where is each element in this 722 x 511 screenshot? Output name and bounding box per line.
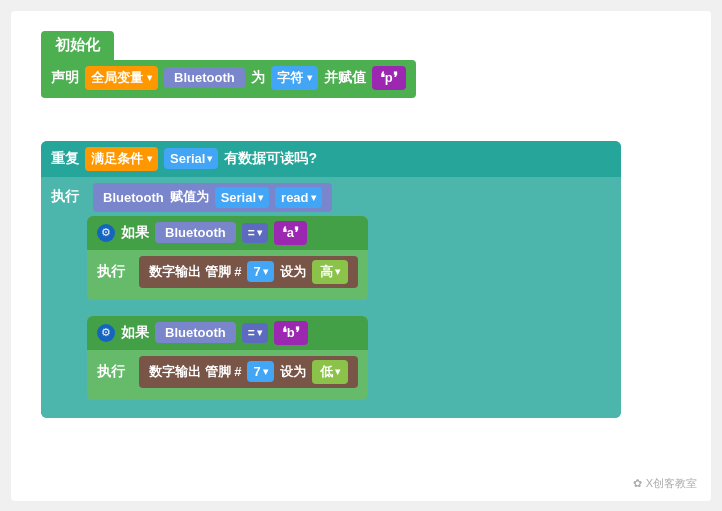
if-outer-1: ⚙ 如果 Bluetooth = ❛ a ❜ [87, 216, 368, 300]
value-a: a [287, 225, 294, 240]
value-b: b [287, 325, 295, 340]
serial-block-1[interactable]: Serial [164, 148, 218, 169]
digital-out-2: 数字输出 管脚 # 7 设为 低 [139, 356, 358, 388]
eq-block-1[interactable]: = [242, 223, 268, 243]
assign-label: 并赋值 [324, 69, 366, 87]
declare-label: 声明 [51, 69, 79, 87]
gear-icon-1[interactable]: ⚙ [97, 224, 115, 242]
digital-out-label-2: 数字输出 管脚 # [149, 363, 241, 381]
if-label-1: 如果 [121, 224, 149, 242]
close-quote: ❜ [393, 69, 398, 87]
if-header-row-1: ⚙ 如果 Bluetooth = ❛ a ❜ [87, 216, 368, 250]
exec-row-if2: 执行 数字输出 管脚 # 7 设为 低 [97, 356, 358, 388]
digital-out-1: 数字输出 管脚 # 7 设为 高 [139, 256, 358, 288]
has-data-label: 有数据可读吗? [224, 150, 317, 168]
close-quote-a: ❜ [294, 224, 299, 242]
watermark-icon: ✿ [633, 477, 642, 490]
watermark-text: X创客教室 [646, 476, 697, 491]
exec-row-1: 执行 Bluetooth 赋值为 Serial read [51, 183, 611, 212]
repeat-header-row: 重复 满足条件 Serial 有数据可读吗? [41, 141, 621, 177]
close-quote-b: ❜ [295, 324, 300, 342]
if-label-2: 如果 [121, 324, 149, 342]
assign-block: Bluetooth 赋值为 Serial read [93, 183, 332, 212]
set-label-2: 设为 [280, 363, 306, 381]
if-body-2: 执行 数字输出 管脚 # 7 设为 低 [87, 350, 368, 400]
if-header-row-2: ⚙ 如果 Bluetooth = ❛ b ❜ [87, 316, 368, 350]
init-section: 初始化 声明 全局变量 Bluetooth 为 字符 并赋值 ❛ p ❜ [41, 31, 416, 98]
bluetooth-assign-label: Bluetooth [103, 190, 164, 205]
repeat-body: 执行 Bluetooth 赋值为 Serial read ⚙ 如果 Bl [41, 177, 621, 418]
bluetooth-if2: Bluetooth [155, 322, 236, 343]
eq-block-2[interactable]: = [242, 323, 268, 343]
assign-to-label: 赋值为 [170, 188, 209, 206]
string-value-p: ❛ p ❜ [372, 66, 406, 90]
exec-row-if1: 执行 数字输出 管脚 # 7 设为 高 [97, 256, 358, 288]
gear-icon-2[interactable]: ⚙ [97, 324, 115, 342]
pin-dropdown-2[interactable]: 7 [247, 361, 273, 382]
as-label: 为 [251, 69, 265, 87]
serial-block-2[interactable]: Serial [215, 187, 269, 208]
main-canvas: 初始化 声明 全局变量 Bluetooth 为 字符 并赋值 ❛ p ❜ 重复 … [11, 11, 711, 501]
init-row: 声明 全局变量 Bluetooth 为 字符 并赋值 ❛ p ❜ [41, 60, 416, 98]
global-var-dropdown[interactable]: 全局变量 [85, 66, 158, 90]
if-block-2-container: ⚙ 如果 Bluetooth = ❛ b ❜ [87, 316, 611, 408]
bluetooth-block-init: Bluetooth [164, 67, 245, 88]
string-a: ❛ a ❜ [274, 221, 307, 245]
set-label-1: 设为 [280, 263, 306, 281]
if-body-1: 执行 数字输出 管脚 # 7 设为 高 [87, 250, 368, 300]
if-block-1-container: ⚙ 如果 Bluetooth = ❛ a ❜ [87, 216, 611, 308]
repeat-outer: 重复 满足条件 Serial 有数据可读吗? 执行 Bluetooth 赋值为 … [41, 141, 621, 418]
exec-label-if2: 执行 [97, 363, 133, 381]
digital-out-label-1: 数字输出 管脚 # [149, 263, 241, 281]
if-outer-2: ⚙ 如果 Bluetooth = ❛ b ❜ [87, 316, 368, 400]
repeat-section: 重复 满足条件 Serial 有数据可读吗? 执行 Bluetooth 赋值为 … [41, 141, 621, 418]
level-dropdown-1[interactable]: 高 [312, 260, 348, 284]
bluetooth-if1: Bluetooth [155, 222, 236, 243]
exec-label-1: 执行 [51, 188, 87, 206]
exec-label-if1: 执行 [97, 263, 133, 281]
watermark: ✿ X创客教室 [633, 476, 697, 491]
condition-dropdown[interactable]: 满足条件 [85, 147, 158, 171]
init-header: 初始化 [41, 31, 114, 60]
string-p-value: p [385, 70, 393, 85]
string-b: ❛ b ❜ [274, 321, 308, 345]
type-dropdown[interactable]: 字符 [271, 66, 318, 90]
level-dropdown-2[interactable]: 低 [312, 360, 348, 384]
repeat-label: 重复 [51, 150, 79, 168]
read-dropdown[interactable]: read [275, 187, 321, 208]
pin-dropdown-1[interactable]: 7 [247, 261, 273, 282]
